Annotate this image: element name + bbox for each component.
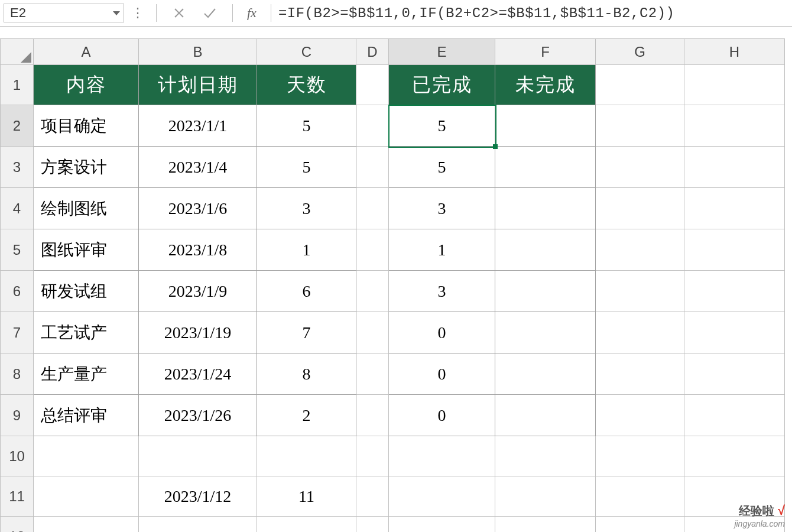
cell-B3[interactable]: 2023/1/4 (139, 147, 257, 188)
cell-A4[interactable]: 绘制图纸 (34, 188, 139, 229)
cell-G3[interactable] (596, 147, 684, 188)
cell-E6[interactable]: 3 (389, 271, 495, 312)
cell-G7[interactable] (596, 312, 684, 353)
col-header-E[interactable]: E (389, 39, 495, 65)
cancel-icon[interactable] (170, 4, 189, 22)
cell-D3[interactable] (356, 147, 389, 188)
cell-C11[interactable]: 11 (257, 476, 356, 517)
cell-E7[interactable]: 0 (389, 312, 495, 353)
cell-B12[interactable] (139, 517, 257, 533)
cell-B6[interactable]: 2023/1/9 (139, 271, 257, 312)
cell-A1[interactable]: 内容 (34, 65, 139, 105)
cell-F7[interactable] (495, 312, 596, 353)
cell-G12[interactable] (596, 517, 684, 533)
cell-C10[interactable] (257, 436, 356, 476)
cell-A12[interactable] (34, 517, 139, 533)
cell-F3[interactable] (495, 147, 596, 188)
cell-A8[interactable]: 生产量产 (34, 353, 139, 395)
cell-H3[interactable] (684, 147, 785, 188)
cell-E4[interactable]: 3 (389, 188, 495, 229)
row-header-7[interactable]: 7 (1, 312, 34, 353)
cell-A2[interactable]: 项目确定 (34, 105, 139, 147)
col-header-D[interactable]: D (356, 39, 389, 65)
row-header-8[interactable]: 8 (1, 353, 34, 395)
cell-E3[interactable]: 5 (389, 147, 495, 188)
cell-B1[interactable]: 计划日期 (139, 65, 257, 105)
cell-G2[interactable] (596, 105, 684, 147)
cell-D7[interactable] (356, 312, 389, 353)
row-header-4[interactable]: 4 (1, 188, 34, 229)
cell-A3[interactable]: 方案设计 (34, 147, 139, 188)
chevron-down-icon[interactable] (113, 11, 120, 15)
cell-D5[interactable] (356, 229, 389, 271)
row-header-2[interactable]: 2 (1, 105, 34, 147)
cell-D10[interactable] (356, 436, 389, 476)
cell-C9[interactable]: 2 (257, 395, 356, 436)
cell-F9[interactable] (495, 395, 596, 436)
cell-H2[interactable] (684, 105, 785, 147)
cell-E8[interactable]: 0 (389, 353, 495, 395)
cell-F8[interactable] (495, 353, 596, 395)
cell-E9[interactable]: 0 (389, 395, 495, 436)
row-header-11[interactable]: 11 (1, 476, 34, 517)
cell-D1[interactable] (356, 65, 389, 105)
cell-D2[interactable] (356, 105, 389, 147)
cell-F12[interactable] (495, 517, 596, 533)
col-header-G[interactable]: G (596, 39, 684, 65)
formula-input[interactable]: =IF(B2>=$B$11,0,IF(B2+C2>=$B$11,$B$11-B2… (278, 5, 792, 21)
cell-B4[interactable]: 2023/1/6 (139, 188, 257, 229)
cell-F6[interactable] (495, 271, 596, 312)
cell-C12[interactable] (257, 517, 356, 533)
row-header-6[interactable]: 6 (1, 271, 34, 312)
cell-F1[interactable]: 未完成 (495, 65, 596, 105)
cell-G4[interactable] (596, 188, 684, 229)
cell-F5[interactable] (495, 229, 596, 271)
cell-G9[interactable] (596, 395, 684, 436)
cell-H8[interactable] (684, 353, 785, 395)
cell-H10[interactable] (684, 436, 785, 476)
cell-C8[interactable]: 8 (257, 353, 356, 395)
row-header-9[interactable]: 9 (1, 395, 34, 436)
cell-A11[interactable] (34, 476, 139, 517)
cell-F2[interactable] (495, 105, 596, 147)
cell-C1[interactable]: 天数 (257, 65, 356, 105)
name-box[interactable]: E2 (4, 4, 124, 22)
row-header-1[interactable]: 1 (1, 65, 34, 105)
fx-icon[interactable]: fx (247, 5, 257, 21)
cell-B10[interactable] (139, 436, 257, 476)
cell-H4[interactable] (684, 188, 785, 229)
cell-G8[interactable] (596, 353, 684, 395)
cell-A5[interactable]: 图纸评审 (34, 229, 139, 271)
row-header-5[interactable]: 5 (1, 229, 34, 271)
col-header-B[interactable]: B (139, 39, 257, 65)
cell-D9[interactable] (356, 395, 389, 436)
cell-F11[interactable] (495, 476, 596, 517)
cell-G6[interactable] (596, 271, 684, 312)
cell-E2[interactable]: 5 (389, 105, 495, 147)
cell-B9[interactable]: 2023/1/26 (139, 395, 257, 436)
cell-E10[interactable] (389, 436, 495, 476)
cell-F10[interactable] (495, 436, 596, 476)
cell-D11[interactable] (356, 476, 389, 517)
row-header-10[interactable]: 10 (1, 436, 34, 476)
cell-H6[interactable] (684, 271, 785, 312)
col-header-H[interactable]: H (684, 39, 785, 65)
select-all-corner[interactable] (1, 39, 34, 65)
cell-A6[interactable]: 研发试组 (34, 271, 139, 312)
cell-E12[interactable] (389, 517, 495, 533)
col-header-A[interactable]: A (34, 39, 139, 65)
cell-B8[interactable]: 2023/1/24 (139, 353, 257, 395)
cell-H1[interactable] (684, 65, 785, 105)
cell-D6[interactable] (356, 271, 389, 312)
cell-C6[interactable]: 6 (257, 271, 356, 312)
cell-E1[interactable]: 已完成 (389, 65, 495, 105)
cell-C4[interactable]: 3 (257, 188, 356, 229)
cell-B7[interactable]: 2023/1/19 (139, 312, 257, 353)
enter-icon[interactable] (200, 4, 219, 22)
cell-C2[interactable]: 5 (257, 105, 356, 147)
row-header-3[interactable]: 3 (1, 147, 34, 188)
cell-E11[interactable] (389, 476, 495, 517)
cell-H5[interactable] (684, 229, 785, 271)
cell-F4[interactable] (495, 188, 596, 229)
cell-G5[interactable] (596, 229, 684, 271)
